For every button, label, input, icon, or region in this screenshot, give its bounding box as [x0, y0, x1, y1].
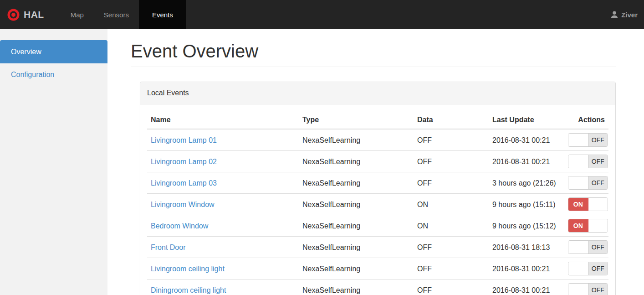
page-title: Event Overview — [131, 41, 616, 61]
toggle-switch[interactable]: OFF — [568, 133, 608, 147]
event-name-link[interactable]: Bedroom Window — [151, 222, 208, 230]
brand-label: HAL — [24, 9, 44, 20]
event-data: OFF — [414, 129, 489, 151]
event-last-update: 2016-08-31 18:13 — [489, 237, 564, 258]
panel-title: Local Events — [140, 82, 615, 104]
user-icon — [610, 10, 618, 19]
user-name: Ziver — [621, 11, 638, 19]
event-data: OFF — [414, 172, 489, 194]
toggle-switch[interactable]: OFF — [568, 262, 608, 275]
switch-label: OFF — [588, 155, 608, 168]
local-events-panel: Local Events Name Type Data Last — [140, 82, 616, 295]
table-row: Bedroom WindowNexaSelfLearningON9 hours … — [147, 215, 608, 237]
event-name-link[interactable]: Livingroom Window — [151, 201, 215, 208]
event-type: NexaSelfLearning — [299, 237, 414, 258]
nav-item-map[interactable]: Map — [61, 0, 94, 29]
events-table: Name Type Data Last Update Actions Livin… — [147, 111, 608, 295]
col-header-actions: Actions — [564, 111, 608, 129]
switch-label: ON — [568, 219, 588, 232]
main-content: Event Overview Local Events Name Type — [107, 29, 644, 295]
navbar-menu: Map Sensors Events — [61, 0, 186, 29]
toggle-switch[interactable]: ON — [568, 219, 608, 233]
switch-knob — [568, 262, 588, 275]
switch-knob — [568, 176, 588, 189]
event-data: ON — [414, 194, 489, 215]
event-type: NexaSelfLearning — [299, 194, 414, 215]
events-table-body: Livingroom Lamp 01NexaSelfLearningOFF201… — [147, 129, 608, 295]
event-name-link[interactable]: Front Door — [151, 243, 185, 251]
sidebar: Overview Configuration — [0, 29, 107, 295]
event-type: NexaSelfLearning — [299, 279, 414, 295]
event-type: NexaSelfLearning — [299, 151, 414, 172]
event-name-link[interactable]: Livingroom Lamp 01 — [151, 136, 217, 144]
toggle-switch[interactable]: ON — [568, 197, 608, 211]
event-data: OFF — [414, 237, 489, 258]
col-header-name: Name — [147, 111, 299, 129]
event-data: ON — [414, 215, 489, 237]
switch-knob — [568, 241, 588, 254]
switch-knob — [568, 155, 588, 168]
brand[interactable]: HAL — [0, 0, 51, 29]
event-name-link[interactable]: Livingroom Lamp 02 — [151, 158, 217, 166]
toggle-switch[interactable]: OFF — [568, 176, 608, 190]
switch-knob — [568, 284, 588, 295]
event-type: NexaSelfLearning — [299, 129, 414, 151]
nav-item-sensors[interactable]: Sensors — [94, 0, 139, 29]
switch-label: OFF — [588, 284, 608, 295]
sidebar-item-configuration[interactable]: Configuration — [0, 63, 107, 86]
table-row: Front DoorNexaSelfLearningOFF2016-08-31 … — [147, 237, 608, 258]
event-last-update: 9 hours ago (15:12) — [489, 215, 564, 237]
table-row: Livingroom Lamp 01NexaSelfLearningOFF201… — [147, 129, 608, 151]
event-last-update: 2016-08-31 00:21 — [489, 151, 564, 172]
event-type: NexaSelfLearning — [299, 172, 414, 194]
user-menu[interactable]: Ziver — [604, 0, 644, 29]
event-name-link[interactable]: Livingroom ceiling light — [151, 265, 225, 273]
switch-label: OFF — [588, 262, 608, 275]
panel-body: Name Type Data Last Update Actions Livin… — [140, 104, 615, 295]
table-row: Diningroom ceiling lightNexaSelfLearning… — [147, 279, 608, 295]
table-row: Livingroom WindowNexaSelfLearningON9 hou… — [147, 194, 608, 215]
toggle-switch[interactable]: OFF — [568, 240, 608, 254]
event-type: NexaSelfLearning — [299, 215, 414, 237]
target-icon — [7, 9, 20, 21]
col-header-last-update: Last Update — [489, 111, 564, 129]
table-header-row: Name Type Data Last Update Actions — [147, 111, 608, 129]
event-last-update: 2016-08-31 00:21 — [489, 129, 564, 151]
event-name-link[interactable]: Diningroom ceiling light — [151, 286, 226, 294]
toggle-switch[interactable]: OFF — [568, 283, 608, 295]
event-data: OFF — [414, 258, 489, 279]
table-row: Livingroom Lamp 03NexaSelfLearningOFF3 h… — [147, 172, 608, 194]
event-type: NexaSelfLearning — [299, 258, 414, 279]
page-header: Event Overview — [131, 41, 616, 67]
event-last-update: 9 hours ago (15:11) — [489, 194, 564, 215]
event-last-update: 2016-08-31 00:21 — [489, 279, 564, 295]
switch-label: ON — [568, 198, 588, 211]
col-header-type: Type — [299, 111, 414, 129]
event-data: OFF — [414, 151, 489, 172]
switch-knob — [568, 134, 588, 146]
sidebar-item-overview[interactable]: Overview — [0, 40, 107, 63]
nav-item-events[interactable]: Events — [139, 0, 186, 29]
table-row: Livingroom Lamp 02NexaSelfLearningOFF201… — [147, 151, 608, 172]
top-navbar: HAL Map Sensors Events Ziver — [0, 0, 644, 29]
switch-label: OFF — [588, 134, 608, 146]
switch-knob — [588, 198, 608, 211]
event-last-update: 2016-08-31 00:21 — [489, 258, 564, 279]
switch-label: OFF — [588, 241, 608, 254]
event-last-update: 3 hours ago (21:26) — [489, 172, 564, 194]
table-row: Livingroom ceiling lightNexaSelfLearning… — [147, 258, 608, 279]
toggle-switch[interactable]: OFF — [568, 155, 608, 168]
col-header-data: Data — [414, 111, 489, 129]
switch-knob — [588, 219, 608, 232]
event-name-link[interactable]: Livingroom Lamp 03 — [151, 179, 217, 187]
event-data: OFF — [414, 279, 489, 295]
switch-label: OFF — [588, 176, 608, 189]
